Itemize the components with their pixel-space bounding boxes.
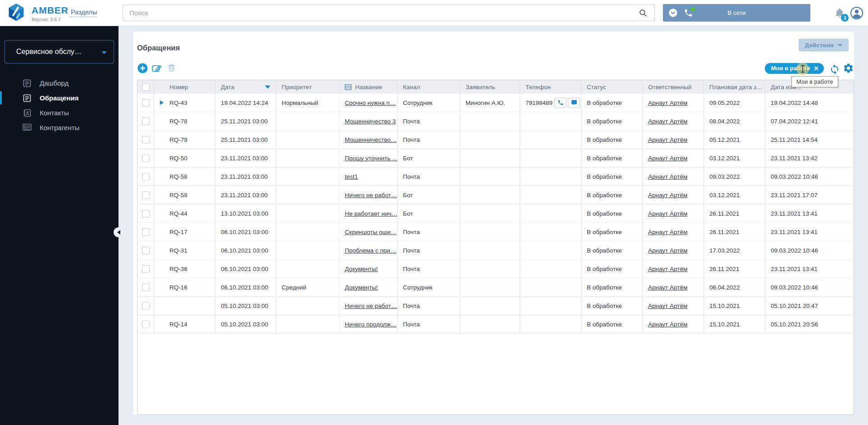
table-row[interactable]: RQ-4319.04.2022 14:24НормальныйСрочно ну… [137,94,854,112]
responsible-link[interactable]: Арнаут Артём [648,284,687,291]
cell-modified-date: 23.11.2021 13:41 [765,260,854,278]
table-row[interactable]: RQ-1405.10.2021 03:00Ничего продолж…Почт… [137,315,854,334]
request-link[interactable]: test1 [345,173,358,180]
table-row[interactable]: RQ-1706.10.2021 03:00Скриншоты оши…Почта… [137,223,854,241]
chat-button[interactable] [568,98,580,108]
cell-modified-date: 09.03.2022 10:46 [765,241,854,260]
column-header[interactable]: Приоритет [276,80,339,94]
request-link[interactable]: Не работает нич… [345,210,397,217]
responsible-link[interactable]: Арнаут Артём [648,303,687,309]
sidebar-item-requests[interactable]: Обращения [0,90,119,105]
actions-button[interactable]: Действия [799,39,849,51]
responsible-link[interactable]: Арнаут Артём [648,229,687,235]
column-header[interactable]: Название [339,80,397,94]
request-link[interactable]: Ничего не работ… [345,303,397,309]
row-checkbox[interactable] [142,173,150,181]
settings-gear-button[interactable] [843,63,854,74]
table-row[interactable]: RQ-4413.10.2021 03:00Не работает нич…Бот… [137,204,854,223]
sections-link[interactable]: Разделы [71,9,97,17]
row-checkbox[interactable] [142,210,150,217]
workspace-select[interactable]: Сервисное обслу… [5,40,114,63]
request-link[interactable]: Прошу уточнить … [345,155,397,162]
request-link[interactable]: Срочно нужна п… [345,99,396,106]
row-checkbox[interactable] [142,321,150,328]
cell-phone [520,204,581,223]
telephony-bar[interactable]: В сети [663,4,810,22]
call-button[interactable] [554,98,566,108]
expand-row-icon[interactable] [160,100,164,105]
request-link[interactable]: Мошенничество 3 [345,118,396,125]
responsible-link[interactable]: Арнаут Артём [648,99,687,106]
cell-responsible: Арнаут Артём [643,149,704,167]
request-link[interactable]: Документы! [345,266,378,272]
table-row[interactable]: RQ-5923.11.2021 03:00Ничего не работ…Бот… [137,186,854,204]
sidebar-item-dashboard[interactable]: Дашборд [0,76,119,90]
responsible-link[interactable]: Арнаут Артём [648,247,687,254]
column-header[interactable]: Плановая дата з… [704,80,765,94]
row-checkbox[interactable] [142,265,150,273]
responsible-link[interactable]: Арнаут Артём [648,210,687,217]
column-header[interactable]: Ответственный [643,80,704,94]
cell-responsible: Арнаут Артём [643,315,704,334]
row-checkbox[interactable] [142,154,150,162]
amber-logo-icon [6,3,26,22]
responsible-link[interactable]: Арнаут Артём [648,321,687,328]
cell-number: RQ-43 [154,94,215,112]
table-row[interactable]: RQ-3606.10.2021 03:00Документы!ПочтаВ об… [137,260,854,278]
row-checkbox[interactable] [142,118,150,125]
row-checkbox[interactable] [142,99,150,107]
row-checkbox[interactable] [142,228,150,236]
delete-record-button[interactable] [166,63,177,73]
table-row[interactable]: RQ-5023.11.2021 03:00Прошу уточнить …Бот… [137,149,854,167]
request-link[interactable]: Документы! [345,284,378,291]
column-header[interactable]: Телефон [520,80,581,94]
responsible-link[interactable]: Арнаут Артём [648,192,687,199]
table-row[interactable]: RQ-7825.11.2021 03:00Мошенничество 3Почт… [137,112,854,131]
search-input[interactable] [123,5,655,21]
search-icon[interactable] [639,9,648,18]
cell-modified-date: 23.11.2021 13:41 [765,204,854,223]
column-header[interactable]: Канал [397,80,460,94]
table-row[interactable]: 05.10.2021 03:00Ничего не работ…ПочтаВ о… [137,297,854,315]
request-link[interactable]: Скриншоты оши… [345,229,397,235]
row-checkbox[interactable] [142,284,150,291]
column-header[interactable]: Номер [154,80,215,94]
table-row[interactable]: RQ-5823.11.2021 03:00test1ПочтаВ обработ… [137,167,854,186]
row-checkbox[interactable] [142,191,150,199]
edit-record-button[interactable] [151,63,162,73]
column-header[interactable]: Заявитель [460,80,520,94]
remove-filter-icon[interactable]: ✕ [813,65,819,72]
table-row[interactable]: RQ-1606.10.2021 03:00СреднийДокументы!Со… [137,278,854,297]
sidebar-item-companies[interactable]: Контрагенты [0,120,119,135]
add-record-button[interactable] [137,63,148,73]
responsible-link[interactable]: Арнаут Артём [648,118,687,125]
chevron-down-circle-icon[interactable] [668,8,678,18]
responsible-link[interactable]: Арнаут Артём [648,136,687,143]
responsible-link[interactable]: Арнаут Артём [648,266,687,272]
select-all-checkbox[interactable] [142,83,150,91]
filter-chip[interactable]: Мои в работе ✕ [765,63,824,74]
sidebar-item-contacts[interactable]: Контакты [0,105,119,120]
responsible-link[interactable]: Арнаут Артём [648,155,687,162]
request-link[interactable]: Проблема с при… [345,247,396,254]
column-header[interactable]: Статус [581,80,643,94]
sort-desc-icon[interactable] [265,86,270,89]
cell-number: RQ-16 [154,278,215,297]
row-checkbox[interactable] [142,247,150,254]
responsible-link[interactable]: Арнаут Артём [648,173,687,180]
table-row[interactable]: RQ-7925.11.2021 03:00Мошенничество…Почта… [137,131,854,149]
table-row[interactable]: RQ-3106.10.2021 03:00Проблема с при…Почт… [137,241,854,260]
cell-planned-date: 03.12.2021 [704,149,765,167]
row-checkbox[interactable] [142,136,150,144]
request-link[interactable]: Мошенничество… [345,136,397,143]
cell-select [137,186,154,204]
cell-number [154,297,215,315]
request-link[interactable]: Ничего не работ… [345,192,397,199]
request-link[interactable]: Ничего продолж… [345,321,397,328]
column-header[interactable]: Дата [215,80,276,94]
refresh-button[interactable] [829,63,840,74]
cell-phone [520,278,581,297]
row-checkbox[interactable] [142,302,150,310]
sidebar-collapse-button[interactable] [114,227,123,237]
user-avatar[interactable] [850,6,863,20]
